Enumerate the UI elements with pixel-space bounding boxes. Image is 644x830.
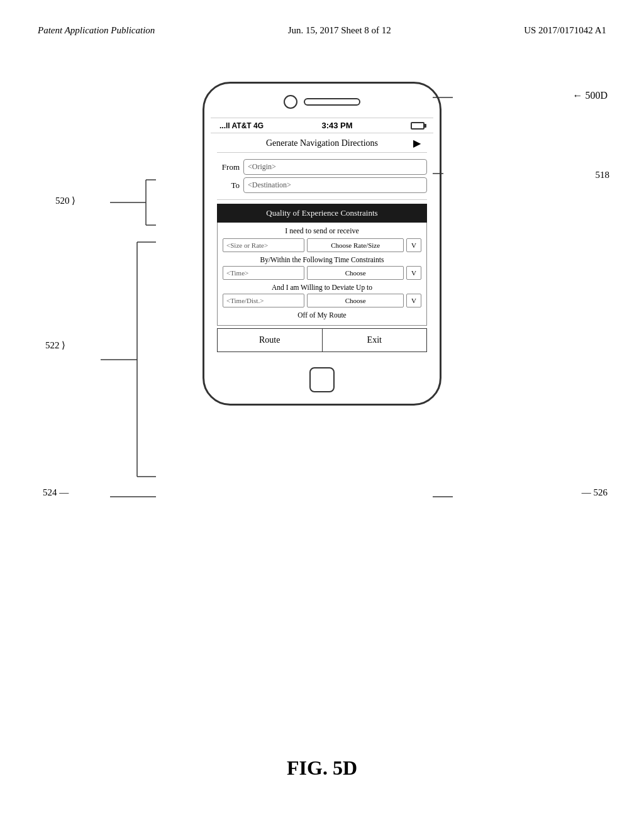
size-rate-row: <Size or Rate> Choose Rate/Size V	[223, 238, 421, 252]
time-constraint-label: By/Within the Following Time Constraints	[223, 256, 421, 263]
patent-center: Jun. 15, 2017 Sheet 8 of 12	[288, 25, 391, 36]
to-label: To	[217, 180, 240, 191]
size-or-rate-input[interactable]: <Size or Rate>	[223, 238, 304, 252]
time-text: 3:43 PM	[321, 121, 352, 130]
phone-bottom	[211, 367, 433, 392]
from-to-section: From <Origin> To <Destination>	[217, 153, 427, 200]
v3-dropdown[interactable]: V	[406, 294, 421, 307]
label-518: 518	[596, 170, 610, 180]
patent-left: Patent Application Publication	[38, 25, 155, 36]
need-to-send-label: I need to send or receive	[223, 226, 421, 236]
from-row: From <Origin>	[217, 159, 427, 175]
time-dist-input[interactable]: <Time/Dist.>	[223, 294, 304, 307]
exit-button[interactable]: Exit	[323, 329, 427, 351]
phone-wrapper: ...ll AT&T 4G 3:43 PM Generate Navigatio…	[190, 82, 454, 406]
v1-dropdown[interactable]: V	[406, 238, 421, 252]
fig-caption: FIG. 5D	[287, 756, 357, 780]
phone-speaker	[304, 98, 360, 106]
deviate-label: And I am Willing to Deviate Up to	[223, 284, 421, 291]
choose-rate-size-btn[interactable]: Choose Rate/Size	[307, 238, 404, 252]
off-my-route-label: Off of My Route	[223, 311, 421, 319]
origin-input[interactable]: <Origin>	[243, 159, 427, 175]
v2-dropdown[interactable]: V	[406, 266, 421, 280]
nav-title: Generate Navigation Directions ▶	[217, 133, 427, 153]
label-526: — 526	[582, 487, 608, 498]
home-button[interactable]	[309, 367, 335, 392]
screen-content: Generate Navigation Directions ▶ From <O…	[211, 133, 433, 358]
label-500d: ← 500D	[572, 90, 608, 101]
page-header: Patent Application Publication Jun. 15, …	[38, 25, 606, 36]
phone-outer: ...ll AT&T 4G 3:43 PM Generate Navigatio…	[203, 82, 441, 406]
phone-top-bar	[211, 95, 433, 109]
qoe-body: I need to send or receive <Size or Rate>…	[217, 223, 427, 326]
choose-deviate-btn[interactable]: Choose	[307, 294, 404, 307]
patent-right: US 2017/0171042 A1	[524, 25, 606, 36]
from-label: From	[217, 162, 240, 172]
time-row: <Time> Choose V	[223, 266, 421, 280]
signal-text: ...ll AT&T 4G	[219, 121, 264, 130]
bottom-buttons: Route Exit	[217, 328, 427, 352]
label-520: 520 ⟩	[55, 195, 75, 206]
route-button[interactable]: Route	[218, 329, 323, 351]
label-524: 524 —	[43, 487, 69, 498]
battery-icon	[411, 122, 425, 130]
label-522: 522 ⟩	[45, 340, 65, 351]
phone-camera	[284, 95, 297, 109]
choose-time-btn[interactable]: Choose	[307, 266, 404, 280]
nav-title-text: Generate Navigation Directions	[266, 138, 378, 148]
to-row: To <Destination>	[217, 177, 427, 193]
qoe-header: Quality of Experience Constraints	[217, 204, 427, 223]
status-bar: ...ll AT&T 4G 3:43 PM	[211, 118, 433, 133]
destination-input[interactable]: <Destination>	[243, 177, 427, 193]
time-input[interactable]: <Time>	[223, 266, 304, 280]
nav-arrow-icon: ▶	[413, 137, 421, 149]
deviate-row: <Time/Dist.> Choose V	[223, 294, 421, 307]
